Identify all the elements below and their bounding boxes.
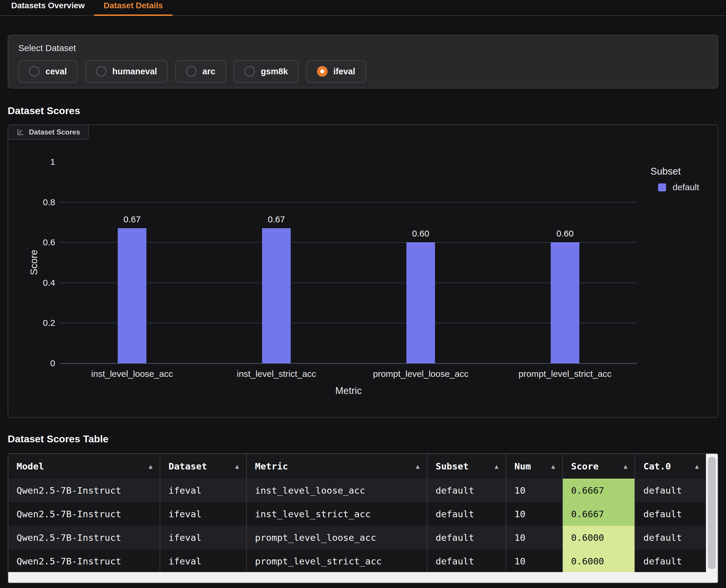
cell-dataset[interactable]: ifeval: [160, 526, 247, 549]
sort-ascending-icon[interactable]: ▲: [495, 463, 499, 470]
cell-score[interactable]: 0.6000: [563, 526, 635, 549]
cell-cat0[interactable]: default: [635, 502, 706, 526]
column-header-cat-0[interactable]: Cat.0▲: [635, 454, 706, 479]
legend-label: default: [672, 182, 699, 192]
scatter-chart-icon: [17, 128, 24, 136]
vertical-scrollbar[interactable]: [706, 454, 718, 583]
sort-ascending-icon[interactable]: ▲: [235, 463, 239, 470]
cell-score[interactable]: 0.6667: [563, 502, 635, 526]
dataset-scores-table-heading: Dataset Scores Table: [8, 433, 718, 445]
cell-dataset[interactable]: ifeval: [160, 502, 247, 526]
chart-bar-prompt_level_loose_acc[interactable]: [406, 243, 435, 363]
column-header-num[interactable]: Num▲: [506, 454, 563, 479]
chart-legend: Subset default: [650, 166, 699, 192]
x-axis-title: Metric: [60, 385, 637, 396]
y-axis-tick-label: 0.8: [17, 196, 55, 208]
cell-subset[interactable]: default: [427, 549, 506, 573]
cell-model[interactable]: Qwen2.5-7B-Instruct: [8, 502, 160, 526]
cell-dataset[interactable]: ifeval: [160, 549, 247, 573]
column-header-label: Score: [571, 461, 599, 471]
radio-unselected-icon: [244, 66, 255, 77]
cell-metric[interactable]: prompt_level_loose_acc: [247, 526, 427, 549]
gridline: [60, 202, 637, 203]
cell-num[interactable]: 10: [506, 502, 563, 526]
radio-option-arc[interactable]: arc: [175, 60, 226, 83]
cell-model[interactable]: Qwen2.5-7B-Instruct: [8, 526, 160, 549]
chart-bar-inst_level_loose_acc[interactable]: [118, 228, 146, 363]
column-header-metric[interactable]: Metric▲: [247, 454, 427, 479]
column-header-score[interactable]: Score▲: [563, 454, 635, 479]
cell-metric[interactable]: inst_level_loose_acc: [247, 479, 427, 502]
radio-option-label: arc: [202, 67, 216, 76]
cell-metric[interactable]: prompt_level_strict_acc: [247, 549, 427, 573]
cell-score[interactable]: 0.6667: [563, 479, 635, 502]
bar-value-label: 0.67: [103, 213, 162, 225]
y-axis-tick-label: 0.2: [17, 317, 55, 329]
tab-datasets-overview[interactable]: Datasets Overview: [2, 0, 94, 16]
table-header-row: Model▲Dataset▲Metric▲Subset▲Num▲Score▲Ca…: [8, 454, 706, 479]
tab-dataset-details[interactable]: Dataset Details: [94, 0, 173, 16]
y-axis-tick-label: 1: [17, 156, 55, 168]
chart-bar-prompt_level_strict_acc[interactable]: [551, 243, 579, 363]
chart-bar-inst_level_strict_acc[interactable]: [262, 228, 291, 363]
legend-swatch-default: [658, 184, 666, 191]
vertical-scrollbar-thumb[interactable]: [708, 457, 716, 569]
column-header-label: Subset: [436, 461, 469, 471]
table-body: Qwen2.5-7B-Instructifevalinst_level_loos…: [8, 479, 706, 573]
table-row: Qwen2.5-7B-Instructifevalinst_level_stri…: [8, 502, 706, 526]
column-header-subset[interactable]: Subset▲: [427, 454, 506, 479]
column-header-label: Num: [515, 461, 531, 471]
cell-metric[interactable]: inst_level_strict_acc: [247, 502, 427, 526]
radio-option-ceval[interactable]: ceval: [18, 60, 78, 83]
cell-cat0[interactable]: default: [635, 479, 706, 502]
table-row: Qwen2.5-7B-Instructifevalinst_level_loos…: [8, 479, 706, 502]
tab-bar: Datasets OverviewDataset Details: [0, 0, 726, 16]
cell-cat0[interactable]: default: [635, 526, 706, 549]
horizontal-scrollbar[interactable]: [8, 572, 706, 583]
x-axis-tick-label: inst_level_strict_acc: [204, 368, 348, 380]
legend-entry: default: [658, 182, 699, 192]
sort-ascending-icon[interactable]: ▲: [149, 463, 153, 470]
cell-subset[interactable]: default: [427, 526, 506, 549]
chart-label-tab: Dataset Scores: [8, 124, 89, 140]
sort-ascending-icon[interactable]: ▲: [695, 463, 699, 470]
column-header-model[interactable]: Model▲: [8, 454, 160, 479]
table-row: Qwen2.5-7B-Instructifevalprompt_level_lo…: [8, 526, 706, 549]
select-dataset-panel: Select Dataset cevalhumanevalarcgsm8kife…: [8, 35, 718, 88]
chart-label-text: Dataset Scores: [29, 128, 80, 136]
column-header-label: Model: [17, 461, 44, 471]
radio-unselected-icon: [29, 66, 40, 77]
x-axis-tick-label: inst_level_loose_acc: [60, 368, 204, 380]
cell-model[interactable]: Qwen2.5-7B-Instruct: [8, 479, 160, 502]
cell-subset[interactable]: default: [427, 479, 506, 502]
sort-ascending-icon[interactable]: ▲: [551, 463, 555, 470]
cell-cat0[interactable]: default: [635, 549, 706, 573]
radio-unselected-icon: [96, 66, 106, 77]
radio-option-ifeval[interactable]: ifeval: [306, 60, 366, 83]
cell-subset[interactable]: default: [427, 502, 506, 526]
y-axis-tick-label: 0.6: [17, 236, 55, 248]
column-header-label: Metric: [255, 461, 288, 471]
cell-score[interactable]: 0.6000: [563, 549, 635, 573]
radio-option-label: ceval: [45, 67, 67, 76]
y-axis-tick-label: 0.4: [17, 277, 55, 289]
cell-model[interactable]: Qwen2.5-7B-Instruct: [8, 549, 160, 573]
table-row: Qwen2.5-7B-Instructifevalprompt_level_st…: [8, 549, 706, 573]
radio-option-humaneval[interactable]: humaneval: [85, 60, 168, 83]
x-axis-tick-label: prompt_level_strict_acc: [493, 368, 637, 380]
legend-title: Subset: [650, 166, 699, 177]
radio-option-gsm8k[interactable]: gsm8k: [234, 60, 299, 83]
column-header-dataset[interactable]: Dataset▲: [160, 454, 247, 479]
dataset-scores-chart-panel: Dataset Scores Score Subset default Metr…: [8, 124, 718, 418]
cell-num[interactable]: 10: [506, 549, 563, 573]
bar-value-label: 0.60: [536, 228, 595, 239]
cell-num[interactable]: 10: [506, 526, 563, 549]
bar-value-label: 0.67: [247, 213, 306, 225]
sort-ascending-icon[interactable]: ▲: [416, 463, 420, 470]
cell-dataset[interactable]: ifeval: [160, 479, 247, 502]
dataset-radio-group: cevalhumanevalarcgsm8kifeval: [18, 60, 708, 83]
cell-num[interactable]: 10: [506, 479, 563, 502]
bar-value-label: 0.60: [391, 228, 450, 239]
sort-ascending-icon[interactable]: ▲: [624, 463, 627, 470]
radio-option-label: ifeval: [334, 67, 355, 76]
